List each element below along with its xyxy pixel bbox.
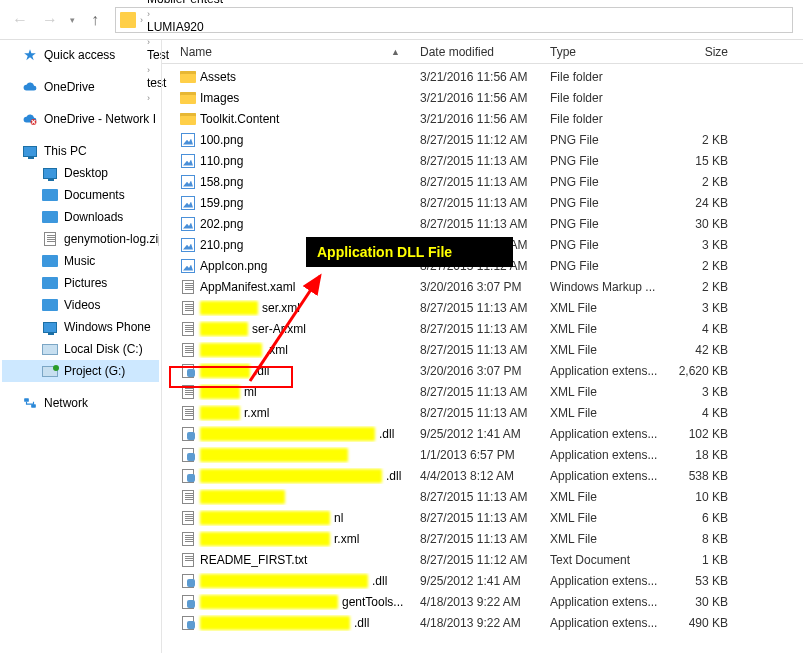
file-row[interactable]: 1/1/2013 6:57 PMApplication extens...18 … (162, 444, 803, 465)
file-row[interactable]: ser-Ar.xml8/27/2015 11:13 AMXML File4 KB (162, 318, 803, 339)
file-row[interactable]: ser.xml8/27/2015 11:13 AMXML File3 KB (162, 297, 803, 318)
file-size: 2 KB (668, 133, 728, 147)
label: Documents (64, 188, 125, 202)
sidebar-item[interactable]: Documents (2, 184, 159, 206)
file-type: Application extens... (550, 427, 668, 441)
file-type: XML File (550, 511, 668, 525)
file-row[interactable]: .dll4/18/2013 9:22 AMApplication extens.… (162, 612, 803, 633)
file-row[interactable]: 110.png8/27/2015 11:13 AMPNG File15 KB (162, 150, 803, 171)
pc-icon (22, 143, 38, 159)
date-modified: 9/25/2012 1:41 AM (420, 574, 550, 588)
file-size: 18 KB (668, 448, 728, 462)
sidebar-item[interactable]: Project (G:) (2, 360, 159, 382)
sidebar-item[interactable]: Music (2, 250, 159, 272)
redacted-text (200, 511, 330, 525)
filename: Toolkit.Content (200, 112, 279, 126)
back-button[interactable]: ← (10, 10, 30, 30)
file-row[interactable]: .dll4/4/2013 8:12 AMApplication extens..… (162, 465, 803, 486)
filename-suffix: .dll (372, 574, 387, 588)
file-type: PNG File (550, 154, 668, 168)
file-row[interactable]: README_FIRST.txt8/27/2015 11:12 AMText D… (162, 549, 803, 570)
redacted-text (200, 532, 330, 546)
date-modified: 8/27/2015 11:12 AM (420, 553, 550, 567)
sidebar-item[interactable]: Downloads (2, 206, 159, 228)
file-row[interactable]: 202.png8/27/2015 11:13 AMPNG File30 KB (162, 213, 803, 234)
up-button[interactable]: ↑ (85, 10, 105, 30)
date-modified: 4/18/2013 9:22 AM (420, 616, 550, 630)
file-row[interactable]: 100.png8/27/2015 11:12 AMPNG File2 KB (162, 129, 803, 150)
sidebar-item[interactable]: Pictures (2, 272, 159, 294)
date-modified: 8/27/2015 11:13 AM (420, 490, 550, 504)
file-row[interactable]: AppManifest.xaml3/20/2016 3:07 PMWindows… (162, 276, 803, 297)
xml-icon (180, 531, 196, 547)
this-pc[interactable]: This PC (2, 140, 159, 162)
file-row[interactable]: .dll9/25/2012 1:41 AMApplication extens.… (162, 423, 803, 444)
redacted-text (200, 616, 350, 630)
date-modified: 8/27/2015 11:13 AM (420, 343, 550, 357)
file-row[interactable]: 159.png8/27/2015 11:13 AMPNG File24 KB (162, 192, 803, 213)
file-row[interactable]: 8/27/2015 11:13 AMXML File10 KB (162, 486, 803, 507)
quick-access[interactable]: Quick access (2, 44, 159, 66)
address-bar: ← → ▾ ↑ › This PC›Project (G:)›MobilePen… (0, 0, 803, 40)
file-row[interactable]: 158.png8/27/2015 11:13 AMPNG File2 KB (162, 171, 803, 192)
filename-suffix: gentTools... (342, 595, 403, 609)
file-row[interactable]: r.xml8/27/2015 11:13 AMXML File4 KB (162, 402, 803, 423)
forward-button[interactable]: → (40, 10, 60, 30)
network[interactable]: Network (2, 392, 159, 414)
file-type: PNG File (550, 217, 668, 231)
file-size: 30 KB (668, 595, 728, 609)
breadcrumb-segment[interactable]: MobilePentest (147, 0, 223, 6)
date-modified: 4/4/2013 8:12 AM (420, 469, 550, 483)
sidebar-item[interactable]: Videos (2, 294, 159, 316)
img-icon (180, 237, 196, 253)
img-icon (180, 258, 196, 274)
label: OneDrive - Network I (44, 112, 156, 126)
col-size[interactable]: Size (668, 45, 728, 59)
file-row[interactable]: r.xml8/27/2015 11:13 AMXML File8 KB (162, 528, 803, 549)
label: Windows Phone (64, 320, 151, 334)
sidebar-item[interactable]: Desktop (2, 162, 159, 184)
date-modified: 4/18/2013 9:22 AM (420, 595, 550, 609)
col-date[interactable]: Date modified (420, 45, 550, 59)
sidebar-item[interactable]: genymotion-log.zip (2, 228, 159, 250)
file-row[interactable]: Images3/21/2016 11:56 AMFile folder (162, 87, 803, 108)
file-row[interactable]: .dll3/20/2016 3:07 PMApplication extens.… (162, 360, 803, 381)
redacted-text (200, 301, 258, 315)
xml-icon (180, 321, 196, 337)
breadcrumb[interactable]: › This PC›Project (G:)›MobilePentest›LUM… (115, 7, 793, 33)
network-icon (22, 395, 38, 411)
file-size: 2,620 KB (668, 364, 728, 378)
date-modified: 8/27/2015 11:13 AM (420, 175, 550, 189)
filename: Images (200, 91, 239, 105)
file-row[interactable]: .dll9/25/2012 1:41 AMApplication extens.… (162, 570, 803, 591)
file-size: 15 KB (668, 154, 728, 168)
file-row[interactable]: .xml8/27/2015 11:13 AMXML File42 KB (162, 339, 803, 360)
date-modified: 8/27/2015 11:13 AM (420, 511, 550, 525)
cloud-error-icon (22, 111, 38, 127)
file-row[interactable]: Toolkit.Content3/21/2016 11:56 AMFile fo… (162, 108, 803, 129)
breadcrumb-segment[interactable]: LUMIA920 (147, 20, 223, 34)
file-row[interactable]: gentTools...4/18/2013 9:22 AMApplication… (162, 591, 803, 612)
txt-icon (180, 552, 196, 568)
folder-icon (120, 12, 136, 28)
file-row[interactable]: Assets3/21/2016 11:56 AMFile folder (162, 66, 803, 87)
col-type[interactable]: Type (550, 45, 668, 59)
filename-suffix: .dll (354, 616, 369, 630)
file-row[interactable]: ml8/27/2015 11:13 AMXML File3 KB (162, 381, 803, 402)
file-type: Application extens... (550, 469, 668, 483)
xml-icon (180, 342, 196, 358)
filename: 100.png (200, 133, 243, 147)
onedrive[interactable]: OneDrive (2, 76, 159, 98)
sidebar-item[interactable]: Local Disk (C:) (2, 338, 159, 360)
col-name[interactable]: Name ▲ (180, 45, 420, 59)
onedrive-network[interactable]: OneDrive - Network I (2, 108, 159, 130)
date-modified: 8/27/2015 11:13 AM (420, 385, 550, 399)
sidebar-item[interactable]: Windows Phone (2, 316, 159, 338)
date-modified: 8/27/2015 11:13 AM (420, 217, 550, 231)
dll-icon (180, 426, 196, 442)
item-icon (42, 253, 58, 269)
file-size: 30 KB (668, 217, 728, 231)
folder-icon (180, 111, 196, 127)
file-type: PNG File (550, 238, 668, 252)
file-row[interactable]: nl8/27/2015 11:13 AMXML File6 KB (162, 507, 803, 528)
